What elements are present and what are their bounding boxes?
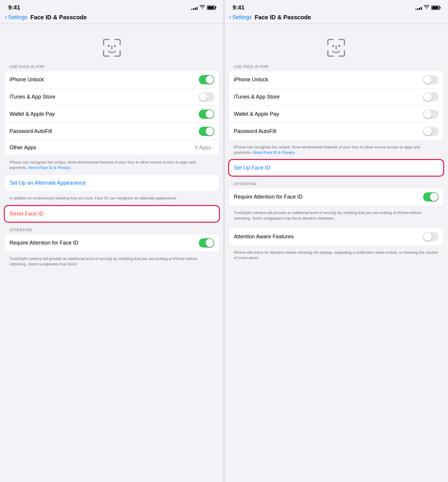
- right-iphone-unlock-row: iPhone Unlock: [229, 71, 443, 88]
- left-require-attention-label: Require Attention for Face ID: [9, 240, 78, 246]
- right-back-button[interactable]: ‹ Settings: [229, 14, 252, 20]
- right-attention-footer: TrueDepth camera will provide an additio…: [229, 208, 443, 226]
- left-back-label: Settings: [8, 14, 27, 20]
- right-wallet-label: Wallet & Apple Pay: [234, 111, 279, 117]
- left-iphone-unlock-row: iPhone Unlock: [5, 71, 219, 88]
- left-require-attention-toggle[interactable]: [199, 238, 214, 248]
- left-face-id-icon: [100, 36, 124, 60]
- right-wallet-toggle[interactable]: [423, 110, 439, 119]
- right-status-icons: [415, 5, 440, 10]
- right-back-chevron-icon: ‹: [229, 14, 231, 20]
- left-iphone-unlock-toggle[interactable]: [199, 75, 214, 84]
- left-face-id-icon-container: [5, 30, 219, 64]
- left-wallet-label: Wallet & Apple Pay: [9, 111, 55, 117]
- right-itunes-toggle[interactable]: [423, 92, 439, 102]
- left-status-bar: 9:41: [0, 0, 224, 13]
- right-require-attention-label: Require Attention for Face ID: [234, 194, 303, 200]
- right-setup-face-id-card[interactable]: Set Up Face ID: [229, 160, 443, 176]
- left-require-attention-row: Require Attention for Face ID: [5, 234, 219, 251]
- left-wallet-row: Wallet & Apple Pay: [5, 106, 219, 123]
- svg-point-3: [332, 45, 334, 47]
- left-other-apps-label: Other Apps: [9, 145, 36, 151]
- right-itunes-row: iTunes & App Store: [229, 88, 443, 106]
- left-attention-footer: TrueDepth camera will provide an additio…: [5, 254, 219, 272]
- right-iphone-unlock-label: iPhone Unlock: [234, 77, 268, 83]
- left-back-button[interactable]: ‹ Settings: [5, 14, 27, 20]
- right-require-attention-row: Require Attention for Face ID: [229, 188, 443, 205]
- right-attention-aware-card: Attention Aware Features: [229, 228, 443, 245]
- right-battery-icon: [431, 6, 440, 10]
- right-panel: 9:41 ‹ Setting: [224, 0, 448, 482]
- left-alternate-appearance-card[interactable]: Set Up an Alternate Appearance: [5, 175, 219, 191]
- left-itunes-toggle[interactable]: [199, 92, 214, 102]
- left-signal-icon: [191, 6, 198, 10]
- right-nav-bar: ‹ Settings Face ID & Passcode: [224, 13, 448, 24]
- left-battery-icon: [207, 6, 215, 10]
- left-wallet-toggle[interactable]: [199, 110, 214, 119]
- right-face-id-icon: [324, 36, 348, 60]
- left-alternate-footer: In addition to continuously learning how…: [5, 193, 219, 206]
- right-itunes-label: iTunes & App Store: [234, 94, 279, 100]
- left-iphone-unlock-label: iPhone Unlock: [9, 77, 44, 83]
- left-password-label: Password AutoFill: [9, 128, 52, 134]
- right-wifi-icon: [424, 5, 429, 10]
- right-status-bar: 9:41: [224, 0, 448, 13]
- right-attention-aware-footer: iPhone will check for attention before d…: [229, 248, 443, 265]
- right-wallet-row: Wallet & Apple Pay: [229, 106, 443, 123]
- left-itunes-label: iTunes & App Store: [9, 94, 55, 100]
- left-attention-label: ATTENTION: [5, 228, 219, 232]
- svg-point-0: [108, 45, 110, 47]
- left-footer-text: iPhone can recognize the unique, three-d…: [5, 157, 219, 175]
- left-time: 9:41: [8, 4, 20, 11]
- left-page-title: Face ID & Passcode: [30, 14, 87, 21]
- left-wifi-icon: [200, 5, 205, 10]
- right-face-id-icon-container: [229, 30, 443, 64]
- right-section-label: USE FACE ID FOR:: [229, 64, 443, 69]
- left-password-toggle[interactable]: [199, 127, 214, 136]
- left-panel: 9:41 ‹ Setting: [0, 0, 224, 482]
- left-section-label: USE FACE ID FOR:: [5, 64, 219, 69]
- left-status-icons: [191, 5, 215, 10]
- left-back-chevron-icon: ‹: [5, 14, 7, 20]
- right-iphone-unlock-toggle[interactable]: [423, 75, 439, 84]
- left-nav-bar: ‹ Settings Face ID & Passcode: [0, 13, 224, 24]
- left-other-apps-row[interactable]: Other Apps 8 Apps ›: [5, 140, 219, 155]
- right-attention-aware-label: Attention Aware Features: [234, 234, 294, 240]
- right-about-link[interactable]: About Face ID & Privacy…: [252, 150, 298, 155]
- right-signal-icon: [415, 6, 422, 10]
- right-time: 9:41: [233, 4, 244, 11]
- right-attention-card: Require Attention for Face ID: [229, 188, 443, 205]
- right-attention-label: ATTENTION: [229, 182, 443, 186]
- right-password-row: Password AutoFill: [229, 123, 443, 140]
- left-content: USE FACE ID FOR: iPhone Unlock iTunes & …: [0, 24, 224, 482]
- left-password-row: Password AutoFill: [5, 123, 219, 140]
- right-attention-aware-row: Attention Aware Features: [229, 228, 443, 245]
- left-attention-card: Require Attention for Face ID: [5, 234, 219, 251]
- right-attention-aware-toggle[interactable]: [423, 232, 439, 241]
- left-reset-face-id-card[interactable]: Reset Face ID: [5, 206, 219, 222]
- right-back-label: Settings: [232, 14, 252, 20]
- right-password-label: Password AutoFill: [234, 128, 276, 134]
- right-require-attention-toggle[interactable]: [423, 192, 439, 202]
- svg-point-1: [114, 45, 116, 47]
- left-about-link[interactable]: About Face ID & Privacy…: [28, 165, 74, 170]
- right-toggle-card: iPhone Unlock iTunes & App Store Wallet …: [229, 71, 443, 140]
- right-page-title: Face ID & Passcode: [255, 14, 311, 21]
- left-itunes-row: iTunes & App Store: [5, 88, 219, 106]
- right-password-toggle[interactable]: [423, 127, 439, 136]
- right-footer-text: iPhone can recognize the unique, three-d…: [229, 142, 443, 160]
- left-toggle-card: iPhone Unlock iTunes & App Store Wallet …: [5, 71, 219, 155]
- svg-point-4: [338, 45, 340, 47]
- right-content: USE FACE ID FOR: iPhone Unlock iTunes & …: [224, 24, 448, 482]
- left-other-apps-value: 8 Apps ›: [195, 145, 214, 151]
